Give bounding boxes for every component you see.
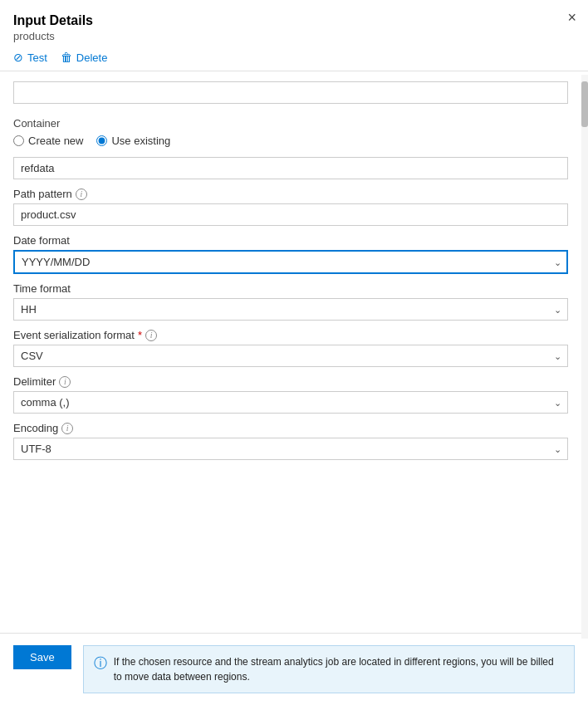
delimiter-info-icon[interactable]: i — [59, 376, 71, 388]
time-format-select[interactable]: HH HH:mm HH:mm:ss — [13, 298, 568, 321]
event-format-info-icon[interactable]: i — [145, 330, 157, 341]
save-button[interactable]: Save — [13, 645, 71, 669]
radio-use-existing-input[interactable] — [96, 135, 107, 146]
path-pattern-input[interactable] — [13, 203, 568, 226]
panel-body: Container Create new Use existing Path p… — [0, 71, 588, 633]
encoding-field-group: Encoding i UTF-8 UTF-16 ASCII ⌄ — [13, 422, 568, 460]
time-format-select-wrapper: HH HH:mm HH:mm:ss ⌄ — [13, 298, 568, 321]
date-format-select[interactable]: YYYY/MM/DD MM/DD/YYYY DD/MM/YYYY — [13, 250, 568, 274]
path-pattern-info-icon[interactable]: i — [76, 188, 87, 200]
delimiter-select[interactable]: comma (,) tab (\t) semicolon (;) pipe (|… — [13, 391, 568, 414]
radio-create-new-input[interactable] — [13, 135, 24, 146]
delete-icon: 🗑 — [61, 51, 72, 64]
container-label: Container — [13, 117, 568, 130]
panel-subtitle: products — [13, 30, 575, 42]
panel-footer: Save ⓘ If the chosen resource and the st… — [0, 633, 588, 705]
refdata-field-group — [13, 157, 568, 179]
path-pattern-label: Path pattern i — [13, 188, 568, 200]
panel-actions: ⊘ Test 🗑 Delete — [0, 51, 588, 71]
radio-use-existing[interactable]: Use existing — [96, 135, 170, 147]
encoding-select-wrapper: UTF-8 UTF-16 ASCII ⌄ — [13, 438, 568, 460]
scrollbar-thumb[interactable] — [581, 81, 588, 127]
delimiter-field-group: Delimiter i comma (,) tab (\t) semicolon… — [13, 375, 568, 414]
encoding-info-icon[interactable]: i — [61, 423, 73, 434]
path-pattern-field-group: Path pattern i — [13, 188, 568, 226]
radio-create-new-label: Create new — [28, 135, 83, 147]
event-format-field-group: Event serialization format * i CSV JSON … — [13, 329, 568, 367]
event-format-required: * — [138, 329, 142, 341]
test-label: Test — [27, 51, 47, 64]
encoding-select[interactable]: UTF-8 UTF-16 ASCII — [13, 438, 568, 460]
test-button[interactable]: ⊘ Test — [13, 51, 47, 64]
radio-create-new[interactable]: Create new — [13, 135, 83, 147]
scrollbar-track — [581, 75, 588, 639]
container-radio-group: Create new Use existing — [13, 135, 568, 147]
panel-header: Input Details products × — [0, 0, 588, 51]
time-format-field-group: Time format HH HH:mm HH:mm:ss ⌄ — [13, 282, 568, 321]
refdata-input[interactable] — [13, 157, 568, 179]
input-details-panel: Input Details products × ⊘ Test 🗑 Delete… — [0, 0, 588, 705]
delimiter-label: Delimiter i — [13, 375, 568, 388]
time-format-label: Time format — [13, 282, 568, 295]
delete-label: Delete — [76, 51, 108, 64]
info-notice: ⓘ If the chosen resource and the stream … — [83, 645, 575, 693]
notice-text: If the chosen resource and the stream an… — [114, 654, 564, 684]
notice-info-icon: ⓘ — [94, 655, 107, 673]
delimiter-select-wrapper: comma (,) tab (\t) semicolon (;) pipe (|… — [13, 391, 568, 414]
event-format-select[interactable]: CSV JSON Avro Parquet — [13, 345, 568, 367]
panel-title: Input Details — [13, 13, 575, 28]
event-format-label: Event serialization format * i — [13, 329, 568, 341]
encoding-label: Encoding i — [13, 422, 568, 434]
top-input[interactable] — [13, 81, 568, 104]
date-format-field-group: Date format YYYY/MM/DD MM/DD/YYYY DD/MM/… — [13, 234, 568, 274]
test-icon: ⊘ — [13, 51, 23, 64]
date-format-label: Date format — [13, 234, 568, 247]
date-format-select-wrapper: YYYY/MM/DD MM/DD/YYYY DD/MM/YYYY ⌄ — [13, 250, 568, 274]
delete-button[interactable]: 🗑 Delete — [61, 51, 108, 64]
close-button[interactable]: × — [567, 10, 576, 25]
event-format-select-wrapper: CSV JSON Avro Parquet ⌄ — [13, 345, 568, 367]
radio-use-existing-label: Use existing — [111, 135, 170, 147]
